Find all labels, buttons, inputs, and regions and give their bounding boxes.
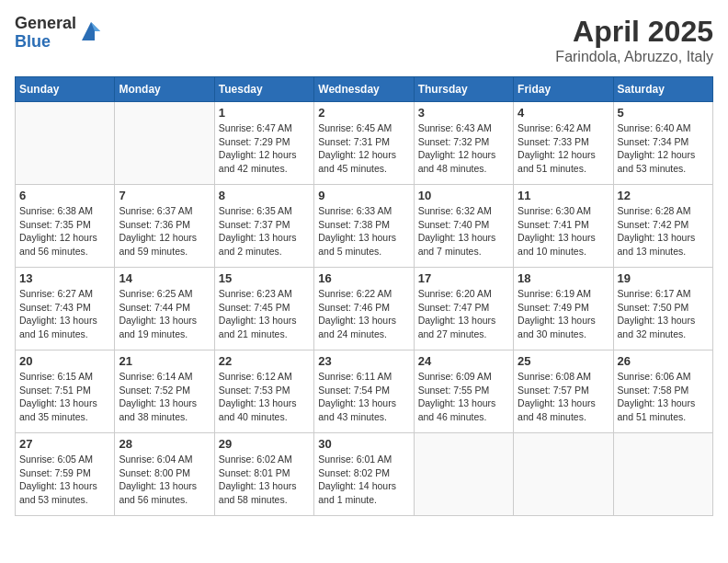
calendar-day-cell: 2Sunrise: 6:45 AM Sunset: 7:31 PM Daylig… — [314, 102, 414, 185]
day-info: Sunrise: 6:09 AM Sunset: 7:55 PM Dayligh… — [418, 370, 509, 424]
calendar-day-cell — [115, 102, 214, 185]
day-info: Sunrise: 6:20 AM Sunset: 7:47 PM Dayligh… — [418, 287, 509, 341]
calendar-week-row: 6Sunrise: 6:38 AM Sunset: 7:35 PM Daylig… — [16, 185, 713, 268]
weekday-header: Friday — [514, 77, 613, 102]
day-info: Sunrise: 6:28 AM Sunset: 7:42 PM Dayligh… — [618, 204, 709, 259]
calendar-day-cell: 6Sunrise: 6:38 AM Sunset: 7:35 PM Daylig… — [16, 185, 115, 268]
day-info: Sunrise: 6:06 AM Sunset: 7:58 PM Dayligh… — [618, 370, 709, 424]
day-info: Sunrise: 6:04 AM Sunset: 8:00 PM Dayligh… — [119, 453, 210, 507]
day-info: Sunrise: 6:14 AM Sunset: 7:52 PM Dayligh… — [119, 370, 210, 424]
calendar-day-cell: 8Sunrise: 6:35 AM Sunset: 7:37 PM Daylig… — [214, 185, 313, 268]
day-info: Sunrise: 6:43 AM Sunset: 7:32 PM Dayligh… — [418, 121, 509, 176]
day-number: 2 — [318, 106, 409, 120]
location-title: Farindola, Abruzzo, Italy — [555, 49, 713, 65]
calendar-day-cell: 26Sunrise: 6:06 AM Sunset: 7:58 PM Dayli… — [613, 350, 712, 433]
calendar-day-cell: 29Sunrise: 6:02 AM Sunset: 8:01 PM Dayli… — [214, 433, 313, 516]
calendar-day-cell: 7Sunrise: 6:37 AM Sunset: 7:36 PM Daylig… — [115, 185, 214, 268]
calendar-day-cell: 11Sunrise: 6:30 AM Sunset: 7:41 PM Dayli… — [514, 185, 613, 268]
calendar-day-cell: 3Sunrise: 6:43 AM Sunset: 7:32 PM Daylig… — [414, 102, 513, 185]
calendar-day-cell: 5Sunrise: 6:40 AM Sunset: 7:34 PM Daylig… — [613, 102, 712, 185]
logo-icon — [78, 18, 104, 44]
weekday-header: Wednesday — [314, 77, 414, 102]
day-number: 26 — [618, 354, 709, 368]
day-number: 21 — [119, 354, 210, 368]
calendar-day-cell: 18Sunrise: 6:19 AM Sunset: 7:49 PM Dayli… — [514, 268, 613, 350]
calendar-day-cell: 1Sunrise: 6:47 AM Sunset: 7:29 PM Daylig… — [214, 102, 313, 185]
calendar-day-cell: 9Sunrise: 6:33 AM Sunset: 7:38 PM Daylig… — [314, 185, 414, 268]
day-number: 3 — [418, 106, 509, 120]
calendar-week-row: 1Sunrise: 6:47 AM Sunset: 7:29 PM Daylig… — [16, 102, 713, 185]
calendar-day-cell: 27Sunrise: 6:05 AM Sunset: 7:59 PM Dayli… — [16, 433, 115, 516]
day-number: 11 — [518, 189, 609, 202]
day-info: Sunrise: 6:25 AM Sunset: 7:44 PM Dayligh… — [119, 287, 210, 341]
calendar-day-cell: 28Sunrise: 6:04 AM Sunset: 8:00 PM Dayli… — [115, 433, 214, 516]
calendar-day-cell: 19Sunrise: 6:17 AM Sunset: 7:50 PM Dayli… — [613, 268, 712, 350]
day-info: Sunrise: 6:35 AM Sunset: 7:37 PM Dayligh… — [219, 204, 310, 259]
calendar-day-cell: 4Sunrise: 6:42 AM Sunset: 7:33 PM Daylig… — [514, 102, 613, 185]
calendar-day-cell: 21Sunrise: 6:14 AM Sunset: 7:52 PM Dayli… — [115, 350, 214, 433]
day-info: Sunrise: 6:22 AM Sunset: 7:46 PM Dayligh… — [318, 287, 409, 341]
day-info: Sunrise: 6:15 AM Sunset: 7:51 PM Dayligh… — [19, 370, 110, 424]
day-info: Sunrise: 6:05 AM Sunset: 7:59 PM Dayligh… — [19, 453, 110, 507]
month-title: April 2025 — [555, 15, 713, 49]
calendar-day-cell: 14Sunrise: 6:25 AM Sunset: 7:44 PM Dayli… — [115, 268, 214, 350]
day-info: Sunrise: 6:37 AM Sunset: 7:36 PM Dayligh… — [119, 204, 210, 259]
calendar-day-cell: 30Sunrise: 6:01 AM Sunset: 8:02 PM Dayli… — [314, 433, 414, 516]
calendar-day-cell: 22Sunrise: 6:12 AM Sunset: 7:53 PM Dayli… — [214, 350, 313, 433]
day-number: 22 — [219, 354, 310, 368]
calendar-day-cell — [514, 433, 613, 516]
weekday-header: Saturday — [613, 77, 712, 102]
weekday-header: Monday — [115, 77, 214, 102]
calendar-week-row: 20Sunrise: 6:15 AM Sunset: 7:51 PM Dayli… — [16, 350, 713, 433]
calendar-day-cell — [16, 102, 115, 185]
day-number: 6 — [19, 189, 110, 202]
day-info: Sunrise: 6:08 AM Sunset: 7:57 PM Dayligh… — [518, 370, 609, 424]
day-info: Sunrise: 6:32 AM Sunset: 7:40 PM Dayligh… — [418, 204, 509, 259]
day-info: Sunrise: 6:47 AM Sunset: 7:29 PM Dayligh… — [219, 121, 310, 176]
calendar-day-cell: 24Sunrise: 6:09 AM Sunset: 7:55 PM Dayli… — [414, 350, 513, 433]
day-number: 15 — [219, 271, 310, 285]
day-info: Sunrise: 6:11 AM Sunset: 7:54 PM Dayligh… — [318, 370, 409, 424]
day-number: 8 — [219, 189, 310, 202]
calendar-day-cell: 16Sunrise: 6:22 AM Sunset: 7:46 PM Dayli… — [314, 268, 414, 350]
day-number: 27 — [19, 437, 110, 451]
day-number: 17 — [418, 271, 509, 285]
day-number: 18 — [518, 271, 609, 285]
day-number: 4 — [518, 106, 609, 120]
day-info: Sunrise: 6:17 AM Sunset: 7:50 PM Dayligh… — [618, 287, 709, 341]
day-number: 20 — [19, 354, 110, 368]
logo: General Blue — [15, 15, 104, 52]
calendar-day-cell: 20Sunrise: 6:15 AM Sunset: 7:51 PM Dayli… — [16, 350, 115, 433]
day-info: Sunrise: 6:33 AM Sunset: 7:38 PM Dayligh… — [318, 204, 409, 259]
day-info: Sunrise: 6:01 AM Sunset: 8:02 PM Dayligh… — [318, 453, 409, 507]
day-info: Sunrise: 6:19 AM Sunset: 7:49 PM Dayligh… — [518, 287, 609, 341]
day-info: Sunrise: 6:23 AM Sunset: 7:45 PM Dayligh… — [219, 287, 310, 341]
day-number: 5 — [618, 106, 709, 120]
weekday-header: Tuesday — [214, 77, 313, 102]
calendar-day-cell: 15Sunrise: 6:23 AM Sunset: 7:45 PM Dayli… — [214, 268, 313, 350]
calendar-day-cell: 25Sunrise: 6:08 AM Sunset: 7:57 PM Dayli… — [514, 350, 613, 433]
day-number: 12 — [618, 189, 709, 202]
calendar-day-cell: 13Sunrise: 6:27 AM Sunset: 7:43 PM Dayli… — [16, 268, 115, 350]
day-info: Sunrise: 6:02 AM Sunset: 8:01 PM Dayligh… — [219, 453, 310, 507]
calendar-week-row: 27Sunrise: 6:05 AM Sunset: 7:59 PM Dayli… — [16, 433, 713, 516]
calendar-day-cell: 12Sunrise: 6:28 AM Sunset: 7:42 PM Dayli… — [613, 185, 712, 268]
logo-general-text: General — [15, 15, 76, 33]
day-number: 13 — [19, 271, 110, 285]
day-info: Sunrise: 6:40 AM Sunset: 7:34 PM Dayligh… — [618, 121, 709, 176]
day-info: Sunrise: 6:42 AM Sunset: 7:33 PM Dayligh… — [518, 121, 609, 176]
calendar-day-cell — [414, 433, 513, 516]
day-number: 28 — [119, 437, 210, 451]
day-number: 14 — [119, 271, 210, 285]
day-number: 23 — [318, 354, 409, 368]
calendar-header-row: SundayMondayTuesdayWednesdayThursdayFrid… — [16, 77, 713, 102]
page-header: General Blue April 2025 Farindola, Abruz… — [15, 15, 713, 65]
day-info: Sunrise: 6:30 AM Sunset: 7:41 PM Dayligh… — [518, 204, 609, 259]
day-number: 24 — [418, 354, 509, 368]
day-number: 30 — [318, 437, 409, 451]
day-info: Sunrise: 6:12 AM Sunset: 7:53 PM Dayligh… — [219, 370, 310, 424]
day-number: 29 — [219, 437, 310, 451]
calendar-table: SundayMondayTuesdayWednesdayThursdayFrid… — [15, 76, 713, 516]
day-number: 9 — [318, 189, 409, 202]
title-area: April 2025 Farindola, Abruzzo, Italy — [555, 15, 713, 65]
